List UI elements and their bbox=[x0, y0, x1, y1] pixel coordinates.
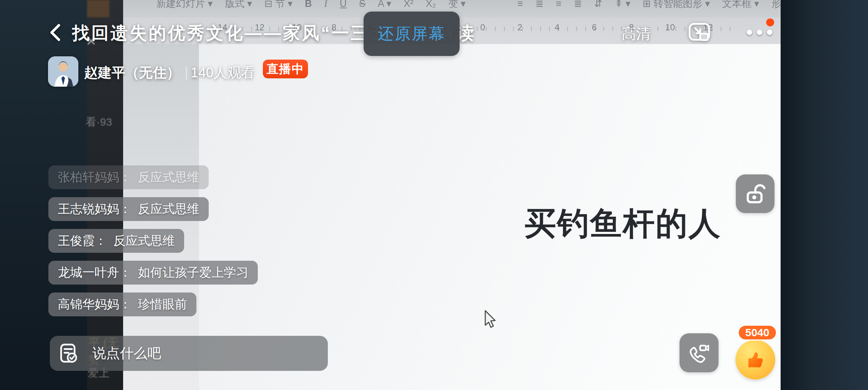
unlock-icon bbox=[744, 182, 767, 205]
align-right-icon: ≡ bbox=[556, 0, 561, 9]
line-spacing-icon: ⇵ bbox=[594, 0, 603, 9]
chat-text: 反应式思维 bbox=[138, 169, 199, 186]
viewer-count: 140人观看 bbox=[191, 64, 255, 82]
restore-screen-button[interactable]: 还原屏幕 bbox=[364, 12, 460, 56]
chevron-left-icon bbox=[48, 23, 62, 42]
ruler-number: 4 bbox=[555, 22, 559, 32]
comment-input[interactable]: 说点什么吧 bbox=[50, 336, 328, 371]
toolbar-item: 变 ▾ bbox=[448, 0, 465, 10]
mouse-cursor bbox=[483, 310, 497, 330]
slide-title-text: 买钓鱼杆的人 bbox=[524, 202, 721, 245]
screen-lock-button[interactable] bbox=[736, 174, 774, 213]
chat-sender: 王志锐妈妈 bbox=[58, 201, 119, 217]
superscript-icon: X² bbox=[404, 0, 413, 9]
live-stream-screen: 新建幻灯片 ▾ 版式 ▾ ⊟ 节 ▾ B I U S A ▾ X² X₂ 变 ▾… bbox=[0, 0, 868, 390]
chat-message: 龙城一叶舟：如何让孩子爱上学习 bbox=[48, 261, 258, 285]
chat-text: 如何让孩子爱上学习 bbox=[138, 264, 248, 281]
ghost-view-count: 看·93 bbox=[86, 115, 112, 130]
chat-message: 高锦华妈妈：珍惜眼前 bbox=[48, 292, 196, 316]
chat-message: 王俊霞：反应式思维 bbox=[48, 229, 184, 253]
dot bbox=[747, 30, 752, 35]
app-background-right bbox=[781, 0, 868, 390]
textbox-item: 文本框 ▾ bbox=[722, 0, 759, 10]
numbering-icon: ⇞ ▾ bbox=[615, 0, 630, 9]
chat-colon: ： bbox=[119, 201, 131, 217]
chat-colon: ： bbox=[95, 233, 107, 249]
italic-icon: I bbox=[324, 0, 327, 9]
ruler-number: 6 bbox=[592, 22, 596, 32]
wps-toolbar-left-items: 新建幻灯片 ▾ 版式 ▾ ⊟ 节 ▾ B I U S A ▾ X² X₂ 变 ▾ bbox=[156, 0, 465, 10]
strip-artifact bbox=[87, 0, 109, 17]
toolbar-item: ⊟ 节 ▾ bbox=[264, 0, 292, 10]
toolbar-item: 版式 ▾ bbox=[225, 0, 252, 10]
comment-placeholder: 说点什么吧 bbox=[92, 344, 161, 363]
screen-share-video: 新建幻灯片 ▾ 版式 ▾ ⊟ 节 ▾ B I U S A ▾ X² X₂ 变 ▾… bbox=[87, 0, 781, 390]
strikethrough-icon: S bbox=[359, 0, 365, 9]
align-left-icon: ≡ bbox=[517, 0, 523, 9]
smartart-item: ⊞ 转智能图形 ▾ bbox=[643, 0, 710, 10]
thumbs-up-icon bbox=[744, 348, 767, 371]
ruler-number: 10 bbox=[665, 22, 675, 32]
chat-colon: ： bbox=[119, 296, 131, 313]
pip-icon bbox=[688, 20, 712, 44]
font-color-icon: A ▾ bbox=[378, 0, 391, 9]
notification-dot bbox=[766, 18, 774, 26]
video-call-icon bbox=[687, 341, 711, 365]
wps-toolbar-right-items: ≡ ≣ ≡ ≣ ⇵ ⇞ ▾ ⊞ 转智能图形 ▾ 文本框 ▾ 形 bbox=[517, 0, 781, 10]
chat-colon: ： bbox=[119, 264, 131, 281]
like-button[interactable] bbox=[735, 340, 775, 380]
align-justify-icon: ≣ bbox=[574, 0, 582, 9]
align-center-icon: ≣ bbox=[535, 0, 544, 9]
chat-sender: 龙城一叶舟 bbox=[58, 264, 119, 281]
picture-in-picture-button[interactable] bbox=[688, 20, 712, 46]
chat-message: 张柏轩妈妈：反应式思维 bbox=[48, 165, 209, 189]
dot bbox=[767, 30, 772, 35]
dot bbox=[757, 30, 762, 35]
like-control[interactable]: 5040 bbox=[735, 325, 776, 380]
ruler-number: 2 bbox=[517, 22, 522, 32]
chat-colon: ： bbox=[119, 169, 131, 186]
hd-quality-button[interactable]: 高清 bbox=[622, 24, 651, 44]
chat-text: 珍惜眼前 bbox=[138, 296, 187, 313]
like-count-badge: 5040 bbox=[738, 325, 777, 341]
subscript-icon: X₂ bbox=[426, 0, 436, 9]
captured-phone-strip: × 看·93 平 (无 赞 爱上 bbox=[87, 0, 123, 390]
more-menu-button[interactable] bbox=[747, 30, 772, 35]
bold-icon: B bbox=[305, 0, 312, 9]
chat-sender: 高锦华妈妈 bbox=[58, 296, 119, 313]
shape-item: 形 bbox=[771, 0, 781, 10]
chat-sender: 张柏轩妈妈 bbox=[58, 169, 119, 186]
ruler-number: 0 bbox=[480, 22, 485, 32]
chat-text: 反应式思维 bbox=[113, 233, 175, 249]
back-button[interactable] bbox=[48, 23, 62, 43]
chat-text: 反应式思维 bbox=[138, 201, 199, 217]
chat-list-toggle-icon[interactable] bbox=[58, 343, 79, 364]
chat-sender: 王俊霞 bbox=[58, 233, 95, 249]
underline-icon: U bbox=[340, 0, 347, 9]
chat-message: 王志锐妈妈：反应式思维 bbox=[48, 197, 209, 221]
toolbar-item: 新建幻灯片 ▾ bbox=[156, 0, 213, 10]
live-status-badge: 直播中 bbox=[263, 60, 308, 78]
avatar-photo bbox=[48, 56, 78, 87]
streamer-name: 赵建平（无住） bbox=[84, 64, 180, 82]
video-call-button[interactable] bbox=[680, 333, 719, 372]
streamer-avatar[interactable] bbox=[48, 56, 78, 87]
